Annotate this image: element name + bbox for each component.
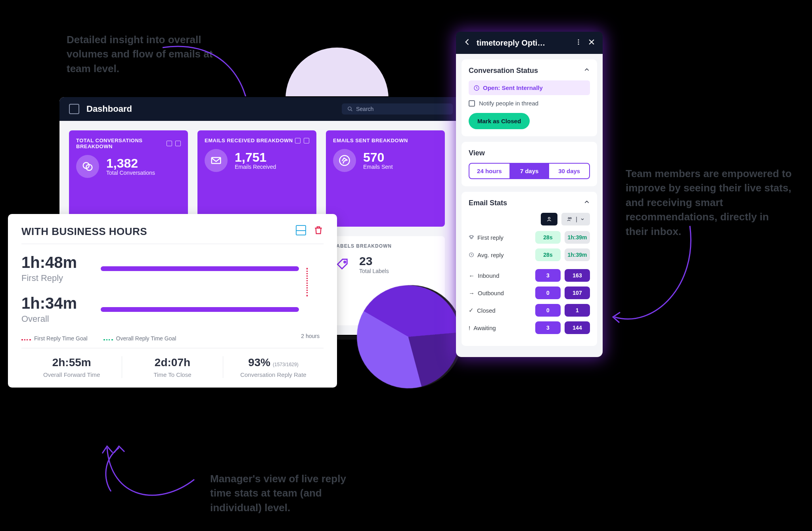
chevron-up-icon[interactable] [584,199,590,207]
section-email-stats: Email Stats | First reply 28s 1h:39m Avg… [462,192,597,346]
view-range-segmented[interactable]: 24 hours 7 days 30 days [469,163,590,179]
metric-time-to-close: 2d:07h Time To Close [122,356,222,378]
notify-label: Notify people in thread [479,100,538,107]
svg-point-0 [348,107,351,110]
overall-bar [101,307,299,312]
checkbox-icon [469,100,475,107]
row-outbound: →Outbound 0 107 [469,287,590,299]
menu-icon[interactable] [69,104,79,114]
stat-user: 28s [535,231,561,244]
search-input[interactable]: Search [342,103,453,115]
card-value: 23 [359,254,389,268]
grid-icon[interactable] [167,141,172,146]
card-sub: Total Labels [359,268,389,274]
card-title: LABELS BREAKDOWN [333,243,438,249]
mark-closed-button[interactable]: Mark as Closed [469,113,530,129]
legend-first-reply-goal: First Reply Time Goal [21,335,88,342]
goal-marker-line [306,268,308,296]
chat-icon [76,155,99,178]
card-total-conversations[interactable]: TOTAL CONVERSATIONS BREAKDOWN 1,382 Tota… [69,130,188,227]
panel-title: WITH BUSINESS HOURS [21,225,147,238]
section-conversation-status: Conversation Status Open: Sent Internall… [462,59,597,136]
chevron-down-icon [580,217,584,221]
alert-icon: ! [469,325,470,331]
stat-user: 3 [535,269,561,282]
business-hours-panel: WITH BUSINESS HOURS 1h:48m First Reply 1… [8,214,337,388]
row-avg-reply: Avg. reply 28s 1h:39m [469,248,590,261]
trash-icon[interactable] [175,141,181,146]
svg-point-5 [344,261,346,263]
stat-team: 1h:39m [565,248,590,261]
seg-30d[interactable]: 30 days [549,164,589,178]
card-title: EMAILS RECEIVED BREAKDOWN [205,138,293,143]
stat-user: 0 [535,287,561,299]
layout-icon[interactable] [296,225,306,235]
search-icon [347,106,353,112]
card-sub: Total Conversations [106,170,155,176]
widget-title: timetoreply Opti… [477,38,569,48]
seg-7d[interactable]: 7 days [509,164,550,178]
seg-24h[interactable]: 24 hours [469,164,509,178]
svg-point-12 [570,218,572,219]
clock-icon [473,85,480,91]
stat-team: 144 [565,321,590,334]
annotation-manager: Manager's view of live reply time stats … [210,472,361,515]
stat-team: 1 [565,304,590,317]
stat-team: 107 [565,287,590,299]
scope-user-button[interactable] [541,213,557,225]
svg-point-7 [578,42,579,43]
overall-label: Overall [21,314,89,324]
card-value: 570 [363,151,393,164]
stat-user: 3 [535,321,561,334]
check-icon: ✓ [469,307,474,314]
svg-point-11 [568,218,570,219]
row-awaiting: !Awaiting 3 144 [469,321,590,334]
trophy-icon [469,235,474,240]
section-title: View [469,149,485,157]
card-sub: Emails Received [235,164,276,170]
card-title: EMAILS SENT BREAKDOWN [333,138,408,143]
more-icon[interactable] [575,38,582,47]
dashboard-topbar: Dashboard Search [59,97,462,121]
goal-marker-label: 2 hours [301,333,320,339]
card-emails-sent[interactable]: EMAILS SENT BREAKDOWN 570 Emails Sent [326,130,445,227]
stat-team: 163 [565,269,590,282]
svg-point-6 [578,39,579,40]
svg-point-8 [578,44,579,45]
clock-icon [469,252,474,258]
dashboard-title: Dashboard [86,104,132,114]
chevron-up-icon[interactable] [584,67,590,75]
section-title: Email Stats [469,199,507,207]
status-badge: Open: Sent Internally [469,80,590,95]
grid-icon[interactable] [295,138,301,143]
metric-reply-rate: 93%(1573/1629) Conversation Reply Rate [223,356,324,378]
section-title: Conversation Status [469,67,538,75]
overall-value: 1h:34m [21,294,89,312]
legend-overall-reply-goal: Overall Reply Time Goal [103,335,176,342]
close-icon[interactable] [588,38,596,48]
notify-checkbox[interactable]: Notify people in thread [469,100,590,107]
metric-forward-time: 2h:55m Overall Forward Time [21,356,122,378]
scope-team-button[interactable]: | [561,213,590,225]
first-reply-value: 1h:48m [21,254,89,271]
inbox-widget: timetoreply Opti… Conversation Status Op… [456,32,603,357]
back-icon[interactable] [463,38,471,48]
trash-icon[interactable] [313,225,324,238]
search-placeholder: Search [356,106,373,112]
section-view: View 24 hours 7 days 30 days [462,142,597,186]
row-inbound: ←Inbound 3 163 [469,269,590,282]
arrow-right-icon: → [469,290,475,296]
card-title: TOTAL CONVERSATIONS BREAKDOWN [76,138,167,149]
stat-user: 0 [535,304,561,317]
first-reply-bar [101,266,299,271]
row-first-reply: First reply 28s 1h:39m [469,231,590,244]
card-emails-received[interactable]: EMAILS RECEIVED BREAKDOWN 1,751 Emails R… [197,130,316,227]
stat-team: 1h:39m [565,231,590,244]
arrow-left-icon: ← [469,272,475,279]
trash-icon[interactable] [304,138,309,143]
card-sub: Emails Sent [363,164,393,170]
card-value: 1,382 [106,157,155,170]
svg-point-10 [548,217,550,219]
row-closed: ✓Closed 0 1 [469,304,590,317]
envelope-icon [205,149,228,172]
